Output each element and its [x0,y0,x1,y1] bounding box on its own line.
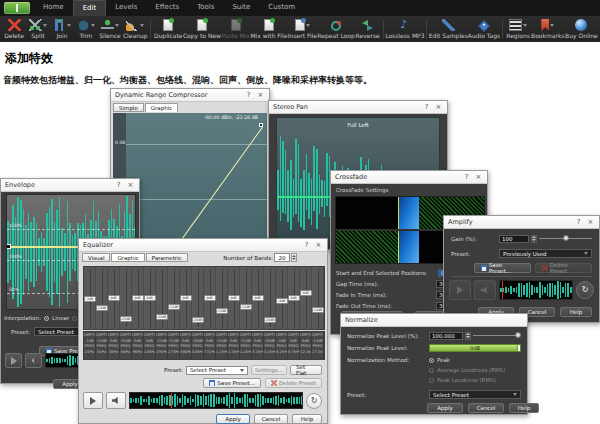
toolbar-reverse-button[interactable]: Reverse [355,16,381,42]
equalizer-band-4-handle[interactable]: -25dB [120,316,132,322]
normalize-peak-pct-spinner[interactable] [465,332,471,340]
equalizer-apply-button[interactable]: Apply [216,414,250,424]
equalizer-band-12-handle[interactable]: -15dB [216,308,228,314]
toolbar-bookmarks-button[interactable]: Bookmarks [531,16,565,42]
ribbon-tab-tools[interactable]: Tools [188,0,223,16]
drc-close-icon[interactable]: × [256,90,265,100]
envelope-node[interactable] [6,244,11,249]
equalizer-settings-button[interactable]: Settings... [251,365,287,375]
equalizer-band-8-handle[interactable]: -11dB [168,304,180,310]
toolbar-trim-button[interactable]: Trim [74,16,98,42]
crossfade-close-icon[interactable]: × [474,172,483,182]
equalizer-band-19-handle[interactable]: 6dB [300,290,312,296]
envelope-play-button[interactable] [5,353,22,368]
equalizer-close-icon[interactable]: × [314,240,323,250]
equalizer-band-11-handle[interactable]: 0dB [204,295,216,301]
equalizer-band-9-handle[interactable]: 0dB [180,295,192,301]
equalizer-play-button[interactable] [83,392,103,409]
toolbar-buy-online-button[interactable]: Buy Online [565,16,598,42]
method-average-loudness-radio[interactable] [429,368,434,373]
drc-tab-simple[interactable]: Simple [113,103,144,112]
equalizer-band-6-handle[interactable]: 0dB [144,295,156,301]
equalizer-tab-graphic[interactable]: Graphic [111,253,144,262]
method-peak-radio[interactable] [429,358,434,363]
equalizer-band-2-handle[interactable]: -12dB [96,305,108,311]
equalizer-set-flat-button[interactable]: Set Flat [290,365,322,375]
app-logo-icon[interactable] [4,2,30,14]
equalizer-band-5-handle[interactable]: 0dB [132,295,144,301]
envelope-close-icon[interactable]: × [126,180,135,190]
gain-input[interactable]: 100 [499,235,529,243]
toolbar-copy-to-new-button[interactable]: Copy to New [183,16,221,42]
normalize-peak-pct-slider[interactable] [473,331,521,340]
toolbar-insert-file-button[interactable]: Insert File [287,16,317,42]
interpolation-logarithmic-radio[interactable] [72,316,77,321]
equalizer-band-3-handle[interactable]: 0dB [108,295,120,301]
equalizer-band-20-handle[interactable]: -14dB [312,307,324,313]
equalizer-loudspeaker-button[interactable] [106,392,126,409]
drc-help-icon[interactable]: ? [244,90,253,100]
ribbon-tab-home[interactable]: Home [34,0,73,16]
equalizer-band-10-handle[interactable]: -26dB [192,317,204,323]
amplify-loop-button[interactable]: ↻ [576,281,594,299]
ribbon-tab-effects[interactable]: Effects [146,0,188,16]
amplify-save-preset-button[interactable]: Save Preset... [474,263,531,273]
pan-close-icon[interactable]: × [434,102,443,112]
crossfade-help-icon[interactable]: ? [462,172,471,182]
gain-slider[interactable] [539,234,592,243]
normalize-preset-dropdown[interactable]: Select Preset [429,390,521,399]
amplify-preset-dropdown[interactable]: Previously Used [499,249,592,258]
envelope-loudspeaker-button[interactable] [25,353,42,368]
amplify-title-bar[interactable]: Amplify ? × [444,216,599,229]
toolbar-paste-mix-button[interactable]: Paste Mix [221,16,251,42]
toolbar-edit-samples-button[interactable]: Edit Samples [429,16,468,42]
equalizer-title-bar[interactable]: Equalizer ? × [79,239,327,252]
equalizer-help-icon[interactable]: ? [302,240,311,250]
equalizer-help-button[interactable]: Help [292,414,322,424]
equalizer-delete-preset-button[interactable]: Delete Preset [265,378,322,388]
number-of-bands-spinner[interactable] [291,253,297,262]
equalizer-cancel-button[interactable]: Cancel [254,414,288,424]
normalize-apply-button[interactable]: Apply [427,403,463,413]
normalize-peak-pct-input[interactable]: 100.000 [429,332,463,340]
equalizer-preview-waveform[interactable] [129,392,303,409]
equalizer-tab-parametric[interactable]: Parametric [146,253,188,262]
equalizer-band-17-handle[interactable]: -4dB [276,298,288,304]
equalizer-band-1-handle[interactable]: -1dB [84,296,96,302]
equalizer-preset-dropdown[interactable]: Select Preset [186,366,248,375]
amplify-play-button[interactable] [449,280,471,300]
equalizer-save-preset-button[interactable]: Save Preset... [203,378,261,388]
toolbar-duplicate-button[interactable]: Duplicate [153,16,183,42]
toolbar-mix-with-file-button[interactable]: Mix with File [251,16,288,42]
equalizer-band-14-handle[interactable]: -11dB [240,304,252,310]
toolbar-audio-tags-button[interactable]: Audio Tags [468,16,501,42]
amplify-loudspeaker-button[interactable] [474,280,496,300]
amplify-preview-waveform[interactable] [499,280,573,300]
toolbar-cleanup-button[interactable]: Cleanup [122,16,148,42]
toolbar-lossless-mp3-button[interactable]: Lossless MP3 [386,16,425,42]
toolbar-regions-button[interactable]: Regions [505,16,531,42]
equalizer-band-16-handle[interactable]: -26dB [264,317,276,323]
pan-title-bar[interactable]: Stereo Pan ? × [269,101,447,114]
normalize-title-bar[interactable]: Normalize [341,314,527,327]
normalize-help-button[interactable]: Help [509,403,539,413]
amplify-help-button[interactable]: Help [560,307,592,317]
ribbon-tab-levels[interactable]: Levels [106,0,146,16]
drc-curve-node[interactable] [259,123,263,127]
normalize-cancel-button[interactable]: Cancel [468,403,504,413]
equalizer-loop-button[interactable]: ↻ [306,393,322,409]
equalizer-band-18-handle[interactable]: 0dB [288,295,300,301]
equalizer-band-7-handle[interactable]: -22dB [156,314,168,320]
toolbar-silence-button[interactable]: Silence [98,16,122,42]
interpolation-linear-radio[interactable] [44,316,49,321]
amplify-close-icon[interactable]: × [586,217,595,227]
equalizer-band-13-handle[interactable]: 0dB [228,295,240,301]
amplify-delete-preset-button[interactable]: Delete Preset [535,263,592,273]
toolbar-join-button[interactable]: Join [50,16,74,42]
gain-spinner[interactable] [531,235,537,243]
drc-tab-graphic[interactable]: Graphic [145,103,178,112]
ribbon-tab-suite[interactable]: Suite [223,0,259,16]
method-peak-loudness-radio[interactable] [429,378,434,383]
toolbar-repeat-loop-button[interactable]: Repeat Loop [318,16,355,42]
toolbar-delete-button[interactable]: Delete [2,16,26,42]
